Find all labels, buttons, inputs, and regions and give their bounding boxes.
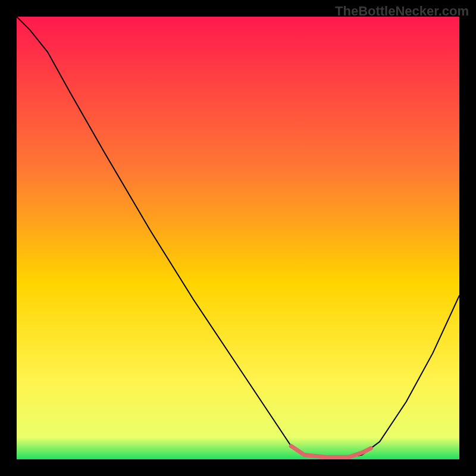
chart-container (17, 17, 459, 459)
watermark-text: TheBottleNecker.com (335, 4, 469, 19)
chart-background (17, 17, 459, 459)
chart-plot (17, 17, 459, 459)
